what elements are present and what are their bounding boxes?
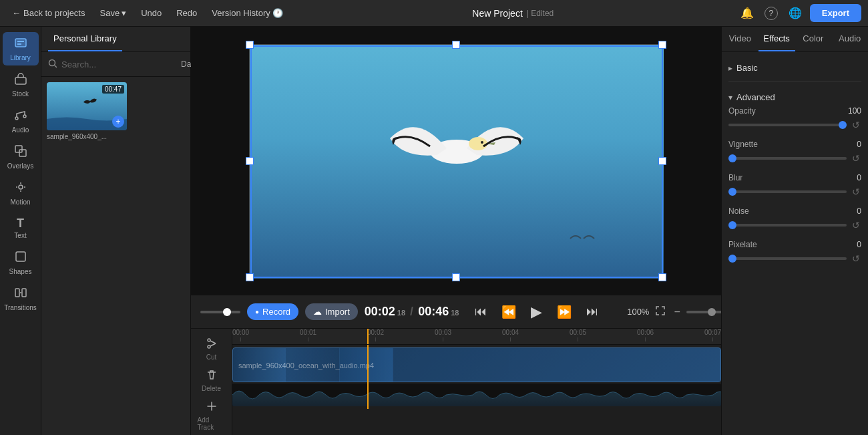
opacity-reset-button[interactable]: ↺ (851, 118, 861, 132)
resize-handle-top-left[interactable] (246, 41, 254, 49)
noise-slider[interactable] (728, 224, 847, 227)
resize-handle-bot-center[interactable] (452, 273, 460, 281)
transitions-icon (14, 286, 27, 303)
resize-handle-bot-right[interactable] (658, 273, 666, 281)
record-label: Record (262, 307, 290, 317)
fast-forward-button[interactable]: ⏩ (554, 302, 574, 322)
notifications-button[interactable]: 🔔 (738, 4, 756, 22)
sidebar-item-library[interactable]: Library (3, 32, 39, 65)
noise-reset-button[interactable]: ↺ (851, 219, 861, 232)
transitions-label: Transitions (4, 304, 37, 311)
current-time-display: 00:02 18 / 00:46 18 (365, 305, 459, 319)
sidebar-item-stock[interactable]: Stock (3, 68, 39, 102)
save-button[interactable]: Save ▾ (95, 5, 132, 21)
vignette-slider[interactable] (728, 157, 847, 160)
import-label: Import (325, 307, 350, 317)
help-button[interactable]: ? (762, 4, 781, 23)
current-fps: 18 (397, 309, 405, 317)
export-button[interactable]: Export (810, 4, 861, 22)
blur-reset-button[interactable]: ↺ (851, 185, 861, 198)
svg-rect-6 (15, 146, 22, 152)
rewind-button[interactable]: ⏪ (499, 302, 519, 322)
sidebar-item-audio[interactable]: Audio (3, 104, 39, 138)
delete-tool[interactable]: Delete (194, 366, 229, 396)
delete-label: Delete (202, 385, 221, 392)
vignette-reset-button[interactable]: ↺ (851, 152, 861, 165)
search-icon (48, 59, 57, 70)
volume-slider[interactable] (200, 311, 240, 313)
sidebar-item-text[interactable]: T Text (3, 212, 39, 243)
noise-label: Noise (728, 206, 749, 216)
resize-handle-bot-left[interactable] (246, 273, 254, 281)
resize-handle-top-right[interactable] (658, 41, 666, 49)
video-clip[interactable]: sample_960x400_ocean_with_audio.mp4 (232, 347, 721, 382)
vignette-label: Vignette (728, 140, 758, 149)
svg-rect-9 (16, 252, 25, 261)
list-item[interactable]: 00:47 + sample_960x400_... (47, 82, 185, 140)
version-history-icon: 🕐 (272, 8, 283, 18)
zoom-slider[interactable] (686, 311, 721, 313)
language-button[interactable]: 🌐 (786, 4, 805, 22)
back-button[interactable]: ← Back to projects (7, 5, 91, 21)
text-label: Text (14, 232, 26, 239)
redo-button[interactable]: Redo (171, 5, 202, 21)
advanced-section-header[interactable]: ▾ Advanced (728, 88, 861, 106)
timeline-content: 00:00 00:01 00:02 00:03 (232, 329, 721, 435)
topbar-center: New Project | Edited (288, 8, 738, 19)
audio-icon (14, 108, 27, 125)
blur-slider[interactable] (728, 190, 847, 193)
add-track-label: Add Track (198, 416, 226, 431)
play-button[interactable]: ▶ (528, 301, 545, 323)
delete-icon (206, 369, 218, 384)
tab-effects[interactable]: Effects (758, 27, 795, 51)
center-panel: ● Record ☁ Import 00:02 18 / 00:46 18 ⏮ (191, 27, 721, 435)
sidebar-item-transitions[interactable]: Transitions (3, 282, 39, 315)
undo-button[interactable]: Undo (136, 5, 167, 21)
resize-handle-mid-right[interactable] (658, 157, 666, 165)
video-frame (249, 44, 663, 278)
record-button[interactable]: ● Record (247, 303, 298, 320)
cut-label: Cut (206, 353, 217, 361)
timeline-area: Cut Delete Add Tra (191, 328, 721, 435)
svg-rect-11 (22, 289, 26, 297)
advanced-section: ▾ Advanced Opacity 100 ↺ (728, 88, 861, 265)
project-title: New Project (472, 8, 522, 19)
resize-handle-mid-left[interactable] (246, 157, 254, 165)
search-input[interactable] (61, 59, 174, 69)
import-button[interactable]: ☁ Import (305, 303, 358, 320)
skip-back-button[interactable]: ⏮ (472, 302, 489, 321)
ruler-mark-7: 00:07 (704, 329, 721, 341)
sidebar-item-overlays[interactable]: Overlays (3, 140, 39, 174)
pixelate-label: Pixelate (728, 240, 757, 249)
undo-label: Undo (141, 8, 162, 18)
topbar-left: ← Back to projects Save ▾ Undo Redo Vers… (7, 5, 288, 21)
svg-point-16 (469, 137, 487, 150)
add-to-timeline-button[interactable]: + (112, 116, 124, 128)
zoom-out-button[interactable]: − (672, 304, 682, 320)
tab-video[interactable]: Video (722, 27, 758, 51)
pixelate-reset-button[interactable]: ↺ (851, 252, 861, 265)
right-panel-tabs: Video Effects Color Audio (722, 27, 868, 52)
add-track-tool[interactable]: Add Track (194, 397, 229, 434)
opacity-slider[interactable] (728, 124, 847, 126)
help-icon: ? (765, 7, 778, 20)
library-search-bar: Date ▾ (41, 52, 190, 77)
sidebar-item-shapes[interactable]: Shapes (3, 246, 39, 279)
total-fps: 18 (451, 309, 459, 317)
cut-tool[interactable]: Cut (194, 334, 229, 364)
version-history-button[interactable]: Version History 🕐 (206, 5, 288, 21)
skip-forward-button[interactable]: ⏭ (584, 302, 601, 321)
edited-status: | Edited (527, 9, 554, 18)
basic-section-header[interactable]: ▸ Basic (728, 59, 861, 77)
sidebar-item-motion[interactable]: Motion (3, 176, 39, 210)
resize-handle-top-center[interactable] (452, 41, 460, 49)
tab-color[interactable]: Color (795, 27, 832, 51)
play-controls: ⏮ ⏪ ▶ ⏩ ⏭ (472, 301, 601, 323)
tab-audio[interactable]: Audio (831, 27, 868, 51)
fullscreen-button[interactable] (653, 303, 668, 321)
media-thumbnail[interactable]: 00:47 + (47, 82, 127, 130)
personal-library-tab[interactable]: Personal Library (48, 27, 122, 51)
pixelate-value: 0 (857, 240, 861, 249)
playhead-line (367, 345, 369, 409)
pixelate-slider[interactable] (728, 257, 847, 260)
